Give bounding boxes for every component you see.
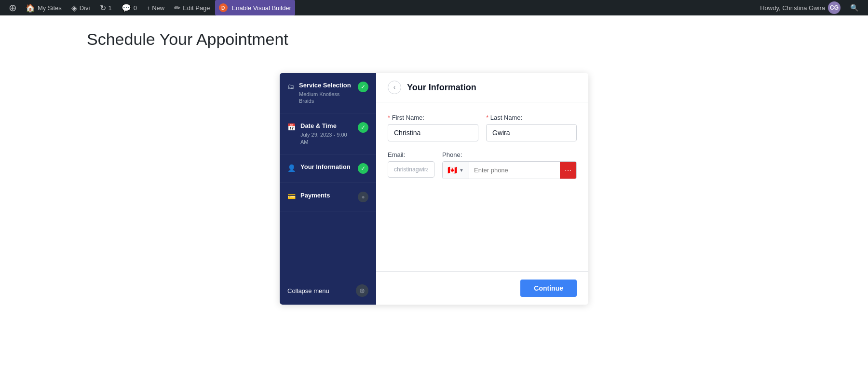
comments-count: 0	[134, 4, 137, 12]
main-content: Schedule Your Appointment 🗂 Service Sele…	[0, 15, 868, 378]
sidebar-step-payments[interactable]: 💳 Payments ●	[280, 183, 376, 211]
last-name-required-star: *	[486, 114, 488, 121]
canada-flag-icon: 🇨🇦	[448, 166, 457, 175]
panel-title: Your Information	[407, 83, 476, 93]
user-menu[interactable]: Howdy, Christina Gwira CG	[755, 1, 845, 14]
date-time-content: Date & Time July 29, 2023 - 9:00 AM	[300, 122, 355, 145]
name-row: * First Name: * Last Name:	[388, 114, 577, 141]
country-chevron-icon: ▼	[459, 168, 464, 173]
page-title: Schedule Your Appointment	[87, 30, 288, 49]
panel-header: ‹ Your Information	[376, 73, 588, 102]
appointment-widget: 🗂 Service Selection Medium Knotless Brai…	[280, 73, 588, 305]
collapse-icon: ⊕	[356, 284, 368, 297]
right-panel: ‹ Your Information * First Name:	[376, 73, 588, 305]
user-avatar: CG	[828, 1, 841, 14]
first-name-required-star: *	[388, 114, 390, 121]
last-name-input[interactable]	[486, 124, 577, 141]
service-selection-subtitle: Medium Knotless Braids	[299, 91, 355, 105]
admin-bar: ⊕ 🏠 My Sites ◈ Divi ↻ 1 💬 0 + New ✏ Edit…	[0, 0, 868, 15]
continue-button[interactable]: Continue	[520, 280, 577, 297]
service-selection-title: Service Selection	[299, 82, 355, 90]
phone-label: Phone:	[442, 151, 577, 158]
phone-number-input[interactable]	[469, 162, 560, 179]
your-information-check-icon: ✓	[358, 163, 368, 174]
phone-options-button[interactable]: ⋯	[560, 162, 576, 179]
enable-visual-builder-button[interactable]: D Enable Visual Builder	[215, 0, 295, 15]
date-time-icon: 📅	[287, 123, 296, 131]
wordpress-logo-icon[interactable]: ⊕	[5, 2, 21, 14]
sidebar-step-your-information[interactable]: 👤 Your Information ✓	[280, 154, 376, 183]
payments-pending-icon: ●	[358, 192, 368, 202]
date-time-subtitle: July 29, 2023 - 9:00 AM	[300, 131, 355, 145]
back-button[interactable]: ‹	[388, 81, 401, 94]
last-name-label-text: Last Name:	[490, 114, 522, 121]
divi-menu[interactable]: ◈ Divi	[67, 0, 95, 15]
divi-label: Divi	[80, 4, 90, 12]
email-group: Email:	[388, 151, 434, 179]
howdy-text: Howdy, Christina Gwira	[760, 4, 825, 12]
my-sites-label: My Sites	[38, 4, 62, 12]
first-name-label-text: First Name:	[392, 114, 424, 121]
updates-menu[interactable]: ↻ 1	[95, 0, 117, 15]
service-selection-icon: 🗂	[287, 83, 294, 90]
date-time-title: Date & Time	[300, 122, 355, 130]
divi-builder-icon: D	[219, 3, 228, 12]
your-information-icon: 👤	[287, 164, 296, 172]
first-name-group: * First Name:	[388, 114, 478, 141]
payments-icon: 💳	[287, 193, 296, 200]
first-name-label: * First Name:	[388, 114, 478, 121]
sidebar-step-date-time[interactable]: 📅 Date & Time July 29, 2023 - 9:00 AM ✓	[280, 113, 376, 154]
payments-content: Payments	[300, 192, 355, 200]
email-label: Email:	[388, 151, 434, 158]
phone-input-wrapper: 🇨🇦 ▼ ⋯	[442, 161, 577, 179]
contact-row: Email: Phone: 🇨🇦 ▼ ⋯	[388, 151, 577, 179]
country-selector[interactable]: 🇨🇦 ▼	[443, 162, 469, 179]
appointment-sidebar: 🗂 Service Selection Medium Knotless Brai…	[280, 73, 376, 305]
your-information-title: Your Information	[300, 163, 355, 171]
sidebar-spacer	[280, 211, 376, 277]
edit-icon: ✏	[174, 3, 180, 13]
back-icon: ‹	[393, 84, 395, 91]
updates-count: 1	[108, 4, 112, 12]
new-label: + New	[147, 4, 164, 12]
date-time-check-icon: ✓	[358, 122, 368, 133]
edit-page-menu[interactable]: ✏ Edit Page	[169, 0, 215, 15]
panel-body: * First Name: * Last Name:	[376, 102, 588, 271]
comments-icon: 💬	[122, 3, 131, 13]
updates-icon: ↻	[100, 3, 106, 13]
payments-title: Payments	[300, 192, 355, 200]
service-selection-check-icon: ✓	[358, 82, 368, 92]
new-content-menu[interactable]: + New	[142, 0, 169, 15]
comments-menu[interactable]: 💬 0	[117, 0, 142, 15]
enable-visual-builder-label: Enable Visual Builder	[232, 4, 291, 12]
divi-icon: ◈	[71, 3, 77, 13]
service-selection-content: Service Selection Medium Knotless Braids	[299, 82, 355, 104]
sites-icon: 🏠	[26, 3, 35, 13]
sidebar-step-service-selection[interactable]: 🗂 Service Selection Medium Knotless Brai…	[280, 73, 376, 113]
phone-group: Phone: 🇨🇦 ▼ ⋯	[442, 151, 577, 179]
collapse-menu-button[interactable]: Collapse menu ⊕	[280, 277, 376, 305]
admin-search-icon[interactable]: 🔍	[845, 4, 863, 12]
your-information-content: Your Information	[300, 163, 355, 171]
admin-bar-right: Howdy, Christina Gwira CG 🔍	[755, 1, 863, 14]
last-name-label: * Last Name:	[486, 114, 577, 121]
my-sites-menu[interactable]: 🏠 My Sites	[21, 0, 67, 15]
collapse-menu-label: Collapse menu	[287, 287, 329, 294]
edit-page-label: Edit Page	[183, 4, 210, 12]
email-input[interactable]	[388, 161, 434, 178]
last-name-group: * Last Name:	[486, 114, 577, 141]
panel-footer: Continue	[376, 271, 588, 305]
first-name-input[interactable]	[388, 124, 478, 141]
